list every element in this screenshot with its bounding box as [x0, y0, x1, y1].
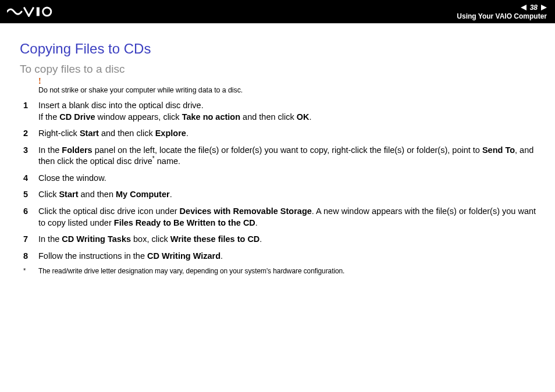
vaio-logo [7, 0, 65, 23]
footnote-text: The read/write drive letter designation … [38, 267, 344, 275]
pager: 38 Using Your VAIO Computer [457, 0, 548, 23]
svg-rect-0 [37, 8, 40, 16]
step-4: Close the window. [20, 173, 540, 184]
warning-block: ! Do not strike or shake your computer w… [20, 79, 540, 94]
header-bar: 38 Using Your VAIO Computer [0, 0, 555, 23]
page-subtitle: To copy files to a disc [20, 63, 540, 76]
svg-point-1 [43, 8, 51, 16]
prev-page-arrow-icon[interactable] [521, 5, 526, 10]
step-3: In the Folders panel on the left, locate… [20, 145, 540, 168]
warning-text: Do not strike or shake your computer whi… [38, 79, 540, 94]
step-6: Click the optical disc drive icon under … [20, 206, 540, 229]
step-7: In the CD Writing Tasks box, click Write… [20, 234, 540, 245]
section-title: Using Your VAIO Computer [457, 12, 547, 20]
footnote: * The read/write drive letter designatio… [20, 267, 540, 275]
page-content: Copying Files to CDs To copy files to a … [0, 23, 555, 287]
step-8: Follow the instructions in the CD Writin… [20, 251, 540, 262]
step-2: Right-click Start and then click Explore… [20, 128, 540, 140]
footnote-mark: * [23, 267, 26, 274]
steps-list: Insert a blank disc into the optical dis… [20, 100, 540, 262]
step-1: Insert a blank disc into the optical dis… [20, 100, 540, 123]
step-5: Click Start and then My Computer. [20, 189, 540, 201]
next-page-arrow-icon[interactable] [541, 5, 547, 10]
page-number: 38 [529, 3, 539, 12]
page-title: Copying Files to CDs [20, 41, 540, 57]
warning-icon: ! [38, 77, 41, 86]
